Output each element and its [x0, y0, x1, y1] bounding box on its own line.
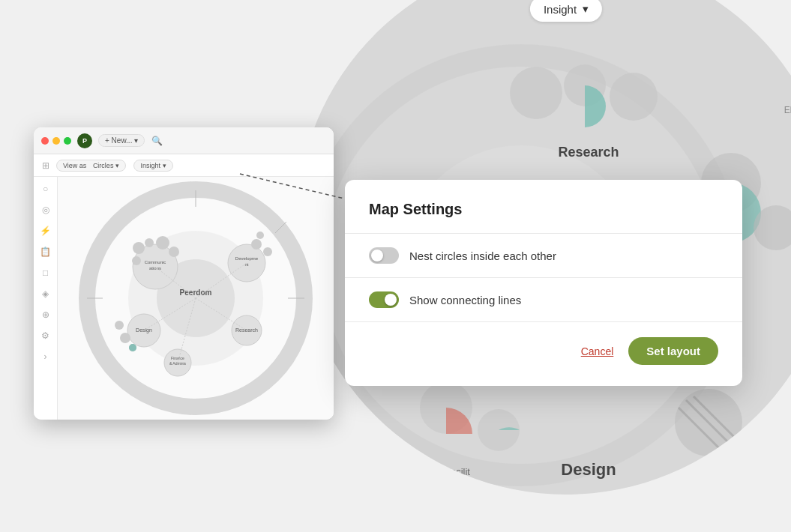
- modal-actions: Cancel Set layout: [369, 337, 718, 365]
- nest-circles-row: Nest circles inside each other: [369, 234, 718, 277]
- bg-right-panel: Pu Elimina: [784, 82, 791, 115]
- app-titlebar: P + New... ▾ 🔍: [34, 127, 334, 154]
- svg-point-31: [251, 239, 262, 250]
- maximize-button[interactable]: [64, 137, 71, 145]
- svg-point-37: [115, 321, 124, 330]
- svg-point-25: [156, 236, 169, 250]
- svg-text:nt: nt: [244, 262, 248, 267]
- goals-icon[interactable]: ◈: [40, 288, 52, 300]
- svg-text:Communic: Communic: [145, 260, 166, 265]
- bg-panel-subtitle: Elimina: [784, 105, 791, 115]
- expand-icon[interactable]: ›: [40, 351, 52, 363]
- people-icon[interactable]: ⚡: [40, 225, 52, 237]
- bg-panel-title: Pu: [784, 82, 791, 102]
- svg-point-4: [610, 73, 658, 121]
- bg-insight-arrow: ▾: [583, 2, 589, 16]
- close-button[interactable]: [41, 137, 49, 145]
- cancel-button[interactable]: Cancel: [581, 345, 614, 357]
- circles-icon[interactable]: ○: [40, 183, 52, 195]
- svg-point-33: [256, 232, 264, 239]
- svg-point-32: [263, 247, 272, 256]
- svg-point-26: [132, 256, 141, 265]
- minimize-button[interactable]: [52, 137, 60, 145]
- app-logo: P: [77, 133, 92, 148]
- app-sidebar: ○ ◎ ⚡ 📋 □ ◈ ⊕ ⚙ ›: [34, 177, 58, 420]
- modal-divider-bottom: [345, 321, 742, 322]
- nest-circles-label: Nest circles inside each other: [409, 250, 556, 262]
- projects-icon[interactable]: □: [40, 267, 52, 279]
- svg-point-39: [129, 344, 136, 351]
- svg-point-36: [120, 333, 130, 343]
- settings-icon[interactable]: ⚙: [40, 330, 52, 342]
- svg-point-27: [169, 247, 179, 257]
- modal-title: Map Settings: [369, 201, 718, 218]
- view-as-label: View as: [63, 162, 86, 169]
- map-icon[interactable]: ⊕: [40, 309, 52, 321]
- svg-text:Research: Research: [558, 145, 619, 160]
- meetings-icon[interactable]: 📋: [40, 246, 52, 258]
- toggle-knob: [371, 250, 383, 262]
- show-lines-row: Show connecting lines: [369, 278, 718, 321]
- svg-text:Developme: Developme: [235, 256, 259, 261]
- svg-text:Design: Design: [561, 460, 616, 479]
- view-toggle-icon[interactable]: ⊞: [40, 160, 52, 172]
- roles-icon[interactable]: ◎: [40, 204, 52, 216]
- new-button[interactable]: + New... ▾: [98, 134, 145, 147]
- nest-circles-toggle[interactable]: [369, 247, 399, 264]
- insight-dropdown[interactable]: Insight ▾: [133, 160, 173, 172]
- window-controls: [41, 137, 71, 145]
- svg-text:Peerdom: Peerdom: [180, 288, 212, 297]
- bg-count-label: 54 ro: [776, 438, 791, 450]
- circles-dropdown[interactable]: View as Circles ▾: [56, 160, 126, 172]
- svg-text:ator: ator: [449, 477, 466, 489]
- app-window: P + New... ▾ 🔍 ⊞ View as Circles ▾ Insig…: [34, 127, 334, 420]
- toggle-knob-2: [385, 294, 397, 306]
- bg-insight-dropdown[interactable]: Insight ▾: [530, 0, 602, 22]
- search-icon[interactable]: 🔍: [151, 135, 163, 147]
- svg-point-2: [510, 67, 562, 119]
- circle-map: Peerdom Communic ations Developme nt Des…: [58, 177, 334, 420]
- svg-text:Finance: Finance: [171, 356, 184, 360]
- show-lines-label: Show connecting lines: [409, 294, 521, 306]
- app-toolbar: ⊞ View as Circles ▾ Insight ▾: [34, 154, 334, 177]
- insight-label: Insight: [140, 162, 160, 169]
- svg-point-23: [133, 242, 145, 254]
- set-layout-button[interactable]: Set layout: [628, 337, 718, 365]
- map-settings-modal: Map Settings Nest circles inside each ot…: [345, 180, 742, 386]
- bg-count: 54 ro: [776, 438, 791, 450]
- svg-text:Facilit: Facilit: [445, 466, 470, 477]
- bg-insight-label: Insight: [544, 3, 577, 16]
- show-lines-toggle[interactable]: [369, 291, 399, 308]
- circles-label: Circles: [93, 162, 114, 169]
- app-canvas: Peerdom Communic ations Developme nt Des…: [58, 177, 334, 420]
- svg-point-24: [145, 238, 154, 247]
